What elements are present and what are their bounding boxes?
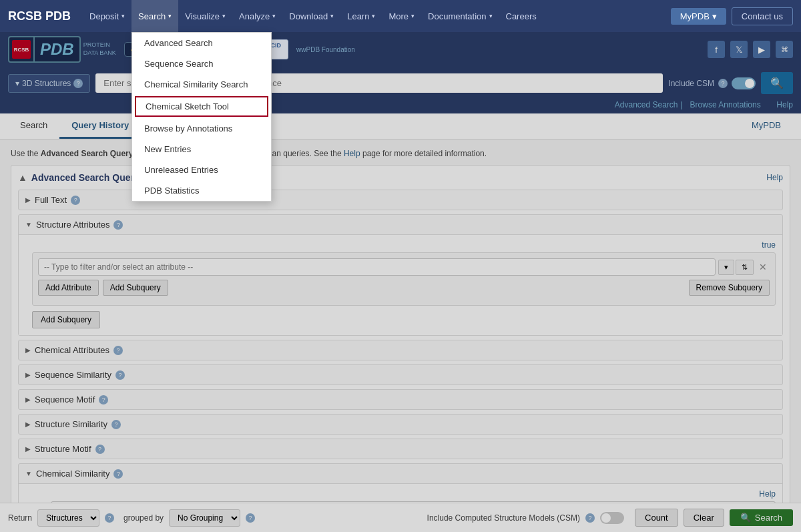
dd-chemical-sketch[interactable]: Chemical Sketch Tool bbox=[135, 96, 268, 117]
more-chevron: ▾ bbox=[411, 13, 415, 19]
nav-analyze[interactable]: Analyze ▾ bbox=[232, 0, 282, 32]
dd-advanced-search[interactable]: Advanced Search bbox=[132, 33, 271, 53]
nav-documentation[interactable]: Documentation ▾ bbox=[421, 0, 499, 32]
contact-button[interactable]: Contact us bbox=[732, 7, 793, 25]
navbar: RCSB PDB Deposit ▾ Search ▾ Advanced Sea… bbox=[0, 0, 801, 32]
nav-right: MyPDB ▾ Contact us bbox=[671, 7, 793, 25]
dd-sequence-search[interactable]: Sequence Search bbox=[132, 53, 271, 74]
analyze-chevron: ▾ bbox=[272, 13, 276, 19]
download-chevron: ▾ bbox=[330, 13, 334, 19]
nav-deposit[interactable]: Deposit ▾ bbox=[83, 0, 131, 32]
dd-unreleased-entries[interactable]: Unreleased Entries bbox=[132, 160, 271, 180]
nav-visualize[interactable]: Visualize ▾ bbox=[178, 0, 232, 32]
learn-chevron: ▾ bbox=[372, 13, 375, 19]
brand: RCSB PDB bbox=[8, 9, 71, 23]
nav-more[interactable]: More ▾ bbox=[382, 0, 421, 32]
deposit-chevron: ▾ bbox=[121, 13, 125, 19]
nav-careers[interactable]: Careers bbox=[499, 0, 543, 32]
search-dropdown: Advanced Search Sequence Search Chemical… bbox=[131, 32, 272, 202]
nav-download[interactable]: Download ▾ bbox=[282, 0, 340, 32]
dd-pdb-stats[interactable]: PDB Statistics bbox=[132, 180, 271, 201]
mypdb-button[interactable]: MyPDB ▾ bbox=[671, 8, 726, 25]
dd-new-entries[interactable]: New Entries bbox=[132, 139, 271, 160]
dd-chemical-sim[interactable]: Chemical Similarity Search bbox=[132, 74, 271, 95]
nav-learn[interactable]: Learn ▾ bbox=[340, 0, 382, 32]
dropdown-overlay[interactable] bbox=[0, 0, 801, 532]
nav-items: Deposit ▾ Search ▾ Advanced Search Seque… bbox=[83, 0, 671, 32]
mypdb-chevron: ▾ bbox=[712, 11, 717, 21]
dd-browse-annotations[interactable]: Browse by Annotations bbox=[132, 118, 271, 139]
documentation-chevron: ▾ bbox=[489, 13, 493, 19]
search-chevron: ▾ bbox=[168, 13, 172, 19]
visualize-chevron: ▾ bbox=[222, 13, 226, 19]
nav-search[interactable]: Search ▾ Advanced Search Sequence Search… bbox=[131, 0, 178, 32]
